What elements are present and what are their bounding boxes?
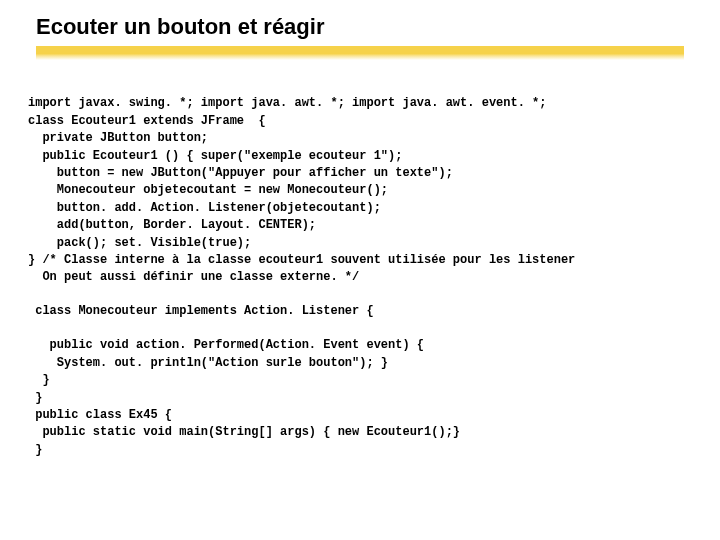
code-line: private JButton button;	[28, 131, 208, 145]
code-line: public void action. Performed(Action. Ev…	[28, 338, 424, 352]
code-line: button. add. Action. Listener(objetecout…	[28, 201, 381, 215]
title-underline	[36, 46, 684, 60]
code-line: } /* Classe interne à la classe ecouteur…	[28, 253, 575, 267]
code-line: public Ecouteur1 () { super("exemple eco…	[28, 149, 402, 163]
code-line: public static void main(String[] args) {…	[28, 425, 460, 439]
code-line: Monecouteur objetecoutant = new Monecout…	[28, 183, 388, 197]
code-block: import javax. swing. *; import java. awt…	[28, 78, 686, 459]
code-line: button = new JButton("Appuyer pour affic…	[28, 166, 453, 180]
code-line: }	[28, 391, 42, 405]
code-line: class Ecouteur1 extends JFrame {	[28, 114, 266, 128]
slide-title: Ecouter un bouton et réagir	[36, 14, 686, 40]
code-line: import javax. swing. *; import java. awt…	[28, 96, 546, 110]
code-line: pack(); set. Visible(true);	[28, 236, 251, 250]
code-line: System. out. println("Action surle bouto…	[28, 356, 388, 370]
slide: Ecouter un bouton et réagir import javax…	[0, 0, 720, 540]
code-line: }	[28, 373, 50, 387]
code-line: add(button, Border. Layout. CENTER);	[28, 218, 316, 232]
code-line: public class Ex45 {	[28, 408, 172, 422]
code-line: }	[28, 443, 42, 457]
code-line: On peut aussi définir une classe externe…	[28, 270, 359, 284]
code-line: class Monecouteur implements Action. Lis…	[28, 303, 686, 320]
